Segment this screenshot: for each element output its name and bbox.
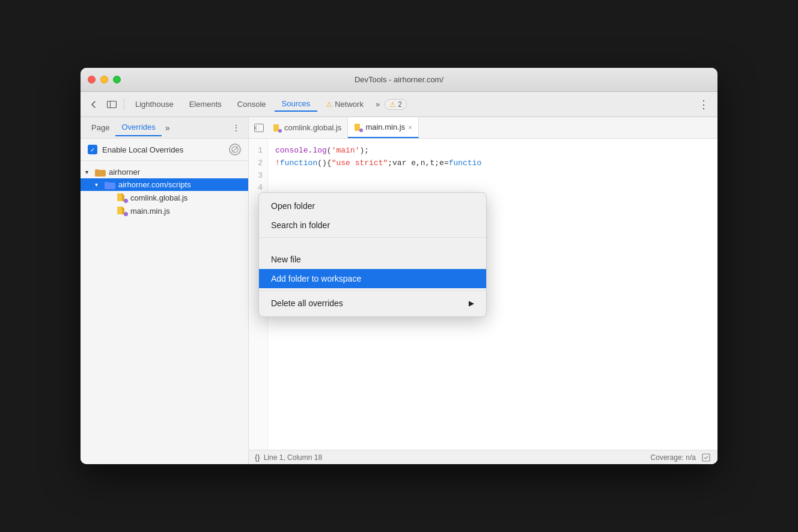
svg-rect-1 — [110, 101, 111, 107]
overrides-label: Enable Local Overrides — [102, 145, 183, 154]
warning-badge[interactable]: ⚠ 2 — [385, 99, 407, 110]
tab-lighthouse[interactable]: Lighthouse — [128, 97, 181, 111]
sidebar: Page Overrides » ⋮ ✓ Enable Local Overri… — [81, 117, 249, 464]
menu-item-add-folder[interactable]: New file — [259, 250, 486, 269]
editor-tab-main[interactable]: main.min.js × — [348, 117, 418, 138]
sidebar-more-button[interactable]: » — [162, 121, 174, 135]
file-tree: ▾ airhorner ▾ airhorner.com/scripts — [81, 161, 248, 464]
sidebar-toggle-icon[interactable] — [103, 96, 120, 113]
sidebar-tab-page[interactable]: Page — [85, 119, 115, 136]
toolbar-more-button[interactable]: » — [372, 97, 383, 111]
tab-console[interactable]: Console — [230, 97, 273, 111]
tree-arrow-scripts: ▾ — [95, 181, 105, 188]
status-right: Coverage: n/a — [651, 452, 711, 463]
editor-nav-icon[interactable] — [251, 120, 267, 136]
speech-submenu-arrow: ▶ — [469, 299, 474, 307]
close-tab-button[interactable]: × — [408, 124, 412, 131]
maximize-button[interactable] — [113, 76, 121, 83]
status-left: {} Line 1, Column 18 — [255, 453, 322, 462]
tree-item-main-label: main.min.js — [130, 207, 170, 216]
menu-item-new-file[interactable] — [259, 240, 486, 250]
tree-item-label: airhorner — [109, 168, 140, 177]
code-line-3: !function(){"use strict";var e,n,t;e=fun… — [275, 157, 710, 170]
coverage-icon[interactable] — [701, 452, 711, 463]
editor-tab-comlink[interactable]: comlink.global.js — [267, 117, 348, 138]
editor-tabs: comlink.global.js main.min.js × — [249, 117, 717, 139]
svg-rect-0 — [108, 101, 117, 107]
file-comlink-icon — [117, 193, 127, 202]
window-title: DevTools - airhorner.com/ — [355, 75, 443, 84]
title-bar: DevTools - airhorner.com/ — [81, 68, 717, 92]
tree-item-comlink-label: comlink.global.js — [130, 193, 187, 202]
tree-item-scripts-label: airhorner.com/scripts — [118, 180, 191, 189]
folder-icon — [95, 168, 106, 177]
file-main-icon — [117, 206, 127, 216]
sidebar-tab-overrides[interactable]: Overrides — [115, 119, 161, 136]
sidebar-actions: ⋮ — [229, 121, 243, 135]
close-button[interactable] — [88, 76, 96, 83]
svg-rect-5 — [95, 169, 99, 171]
tree-item-scripts[interactable]: ▾ airhorner.com/scripts — [81, 178, 248, 191]
tab-elements[interactable]: Elements — [182, 97, 229, 111]
menu-item-delete-overrides[interactable]: Add folder to workspace — [259, 269, 486, 288]
tab-comlink-icon — [273, 124, 281, 132]
block-overrides-icon[interactable] — [229, 144, 241, 156]
status-bar: {} Line 1, Column 18 Coverage: n/a — [249, 450, 717, 464]
menu-item-search-folder[interactable]: Search in folder — [259, 216, 486, 235]
overrides-toggle: ✓ Enable Local Overrides — [81, 139, 248, 161]
traffic-lights — [88, 76, 121, 83]
badge-warning-icon: ⚠ — [389, 100, 396, 109]
tab-network[interactable]: ⚠ Network — [318, 97, 371, 111]
svg-rect-7 — [105, 182, 109, 184]
sidebar-tabs: Page Overrides » ⋮ — [81, 117, 248, 139]
network-warning-icon: ⚠ — [326, 100, 332, 109]
coverage: Coverage: n/a — [651, 453, 696, 462]
code-line-1: console.log('main'); — [275, 145, 710, 157]
minimize-button[interactable] — [100, 76, 108, 83]
folder-scripts-icon — [105, 180, 115, 189]
more-options-button[interactable]: ⋮ — [695, 98, 713, 111]
tree-item-mainjs[interactable]: main.min.js — [81, 204, 248, 217]
file-dot — [124, 199, 128, 203]
svg-rect-10 — [255, 124, 264, 131]
back-icon[interactable] — [85, 96, 102, 113]
tab-sources[interactable]: Sources — [275, 97, 318, 112]
tab-main-label: main.min.js — [365, 122, 405, 131]
menu-separator-2 — [259, 291, 486, 291]
tab-dot-comlink — [278, 129, 282, 133]
tab-comlink-label: comlink.global.js — [284, 123, 341, 132]
line-col: Line 1, Column 18 — [264, 453, 322, 462]
context-menu: Open folder Search in folder New file Ad… — [258, 192, 487, 317]
tree-item-comlink[interactable]: comlink.global.js — [81, 191, 248, 204]
enable-overrides-checkbox[interactable]: ✓ — [88, 145, 97, 154]
sidebar-action-icon[interactable]: ⋮ — [229, 121, 243, 135]
tree-arrow: ▾ — [85, 169, 95, 175]
svg-rect-13 — [702, 454, 710, 461]
tree-item-airhorner[interactable]: ▾ airhorner — [81, 166, 248, 178]
tab-main-icon — [354, 123, 362, 131]
menu-item-open-folder[interactable]: Open folder — [259, 196, 486, 216]
devtools-toolbar: Lighthouse Elements Console Sources ⚠ Ne… — [81, 92, 717, 117]
menu-item-speech[interactable]: Delete all overrides ▶ — [259, 294, 486, 313]
menu-separator-1 — [259, 237, 486, 238]
file-dot-main — [124, 212, 128, 216]
tab-dot-main — [359, 128, 363, 132]
toolbar-separator — [124, 98, 124, 110]
format-icon[interactable]: {} — [255, 453, 260, 462]
